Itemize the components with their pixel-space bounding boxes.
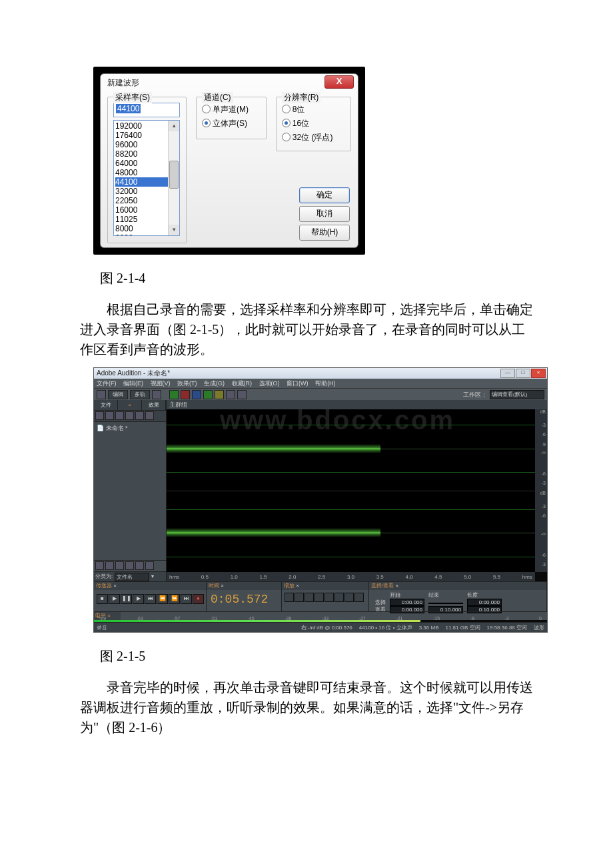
time-panel: 时间 × 0:05.572	[207, 582, 282, 611]
zoom-full-icon[interactable]	[305, 593, 314, 602]
help-icon[interactable]	[145, 411, 154, 420]
menu-options[interactable]: 选项(O)	[259, 380, 280, 387]
toolbar-icon[interactable]	[192, 390, 201, 399]
resolution-8-radio[interactable]: 8位	[282, 104, 345, 115]
mode-multitrack-button[interactable]: 多轨	[130, 390, 150, 399]
col-length: 长度	[465, 591, 504, 599]
toolbar-icon[interactable]	[226, 390, 235, 399]
open-file-icon[interactable]	[95, 411, 104, 420]
toolbar-icon[interactable]	[97, 390, 106, 399]
body-paragraph-2: 录音完毕的时候，再次单击录音键即可结束录音。这个时候就可以用传送器调板进行音频的…	[80, 677, 533, 737]
help-button[interactable]: 帮助(H)	[299, 225, 350, 241]
tab-files[interactable]: 文件	[94, 400, 118, 410]
workspace-label: 工作区：	[463, 391, 487, 399]
file-list[interactable]: 📄 未命名 *	[94, 422, 166, 560]
edit-icon[interactable]	[115, 411, 124, 420]
transport-panel: 传送器 × ■ ▶ ❚❚ ▶ ⏮ ⏪ ⏩ ⏭ ●	[94, 582, 207, 611]
file-item[interactable]: 📄 未命名 *	[97, 424, 163, 433]
marker-icon[interactable]	[135, 561, 144, 570]
maximize-button[interactable]: □	[516, 369, 530, 378]
sel-start[interactable]: 0:00.000	[390, 599, 424, 606]
zoom-sel-icon[interactable]	[314, 593, 324, 602]
rewind-button[interactable]: ⏪	[157, 594, 168, 604]
time-ruler[interactable]: hms 0.5 1.0 1.5 2.0 2.5 3.0 3.5 4.0 4.5 …	[167, 572, 535, 581]
forward-button[interactable]: ⏩	[169, 594, 180, 604]
tab-effects[interactable]: 效果	[142, 400, 166, 410]
menu-view[interactable]: 视图(V)	[151, 380, 171, 387]
cancel-button[interactable]: 取消	[299, 206, 350, 222]
resolution-32-radio[interactable]: 32位 (浮点)	[282, 132, 345, 143]
toolbar-icon[interactable]	[237, 390, 247, 399]
play-loop-button[interactable]: ▶	[133, 594, 144, 604]
sel-end[interactable]	[428, 603, 463, 604]
sample-rate-input[interactable]: 44100	[113, 103, 180, 117]
tab-close-icon[interactable]: ×	[118, 400, 142, 410]
zoom-in-h-icon[interactable]	[285, 593, 294, 602]
loop-icon[interactable]	[115, 561, 124, 570]
toolbar-icon[interactable]	[203, 390, 213, 399]
toolbar-icon[interactable]	[215, 390, 224, 399]
db-ruler: dB -3 -6 -9 -∞ -6 -3 dB -3 -6 -∞ -6 -3	[535, 409, 547, 572]
skip-fwd-button[interactable]: ⏭	[181, 594, 192, 604]
status-disk: 11.81 GB 空闲	[445, 624, 480, 631]
zoom-left-icon[interactable]	[324, 593, 334, 602]
sample-rate-group: 采样率(S) 44100 192000 176400 96000 88200 6…	[107, 97, 187, 243]
options-icon[interactable]	[145, 561, 154, 570]
menu-help[interactable]: 帮助(H)	[315, 380, 336, 387]
menu-file[interactable]: 文件(F)	[97, 380, 117, 387]
menu-effects[interactable]: 效果(T)	[177, 380, 197, 387]
zoom-in-v-icon[interactable]	[344, 593, 354, 602]
scroll-up-icon[interactable]: ▴	[169, 121, 179, 131]
insert-icon[interactable]	[125, 411, 134, 420]
dialog-titlebar: 新建波形 X	[101, 74, 358, 91]
record-button[interactable]: ●	[193, 594, 204, 604]
ok-button[interactable]: 确定	[299, 187, 350, 203]
stop-button[interactable]: ■	[97, 594, 108, 604]
zoom-out-v-icon[interactable]	[354, 593, 364, 602]
scrollbar[interactable]: ▴ ▾	[168, 121, 179, 235]
menu-edit[interactable]: 编辑(E)	[123, 380, 143, 387]
mode-edit-button[interactable]: 编辑	[108, 390, 128, 399]
close-file-icon[interactable]	[105, 411, 114, 420]
play-button[interactable]: ▶	[109, 594, 120, 604]
toolbar-icon[interactable]	[181, 390, 190, 399]
zoom-out-h-icon[interactable]	[295, 593, 304, 602]
panel-title: 缩放 ×	[282, 582, 368, 590]
minimize-button[interactable]: —	[500, 369, 515, 378]
sort-dropdown[interactable]: 文件名	[115, 573, 149, 581]
scroll-down-icon[interactable]: ▾	[169, 225, 179, 235]
body-paragraph-1: 根据自己录音的需要，选择采样率和分辨率即可，选择完毕后，单击确定进入录音界面（图…	[80, 299, 533, 359]
channel-stereo-radio[interactable]: 立体声(S)	[202, 118, 261, 129]
channels-group: 通道(C) 单声道(M) 立体声(S)	[196, 97, 267, 139]
dialog-title: 新建波形	[107, 78, 139, 87]
cd-icon[interactable]	[152, 390, 161, 399]
toolbar-icon[interactable]	[169, 390, 179, 399]
menu-generate[interactable]: 生成(G)	[204, 380, 225, 387]
resolution-16-radio[interactable]: 16位	[282, 118, 345, 129]
play-icon[interactable]	[105, 561, 114, 570]
close-button[interactable]: ×	[531, 369, 546, 378]
workspace-dropdown[interactable]: 编辑查看(默认)	[490, 390, 544, 399]
pause-button[interactable]: ❚❚	[121, 594, 132, 604]
status-peak: 右:-inf dB @ 0:00.576	[301, 624, 352, 631]
zoom-right-icon[interactable]	[334, 593, 344, 602]
skip-back-button[interactable]: ⏮	[145, 594, 156, 604]
status-format: 44100 • 16 位 • 立体声	[359, 624, 412, 631]
waveform-panel: 主群组 www.bdocx.com	[167, 400, 547, 581]
menu-window[interactable]: 窗口(W)	[287, 380, 308, 387]
menu-fav[interactable]: 收藏(R)	[232, 380, 253, 387]
autoplay-icon[interactable]	[125, 561, 134, 570]
scroll-thumb[interactable]	[169, 161, 179, 189]
sample-rate-list[interactable]: 192000 176400 96000 88200 64000 48000 44…	[113, 120, 180, 236]
close-button[interactable]: X	[324, 75, 354, 89]
trash-icon[interactable]	[95, 561, 104, 570]
radio-icon	[202, 119, 211, 127]
channel-mono-radio[interactable]: 单声道(M)	[202, 104, 261, 115]
resolution-legend: 分辨率(R)	[282, 92, 321, 103]
files-toolbar	[94, 410, 166, 422]
status-time-free: 19:58:36.88 空闲	[487, 624, 527, 631]
waveform-display[interactable]: www.bdocx.com	[167, 409, 535, 572]
options-icon[interactable]	[135, 411, 144, 420]
sel-len[interactable]: 0:00.000	[467, 599, 502, 606]
sort-dir-icon[interactable]: ▾	[151, 572, 154, 581]
